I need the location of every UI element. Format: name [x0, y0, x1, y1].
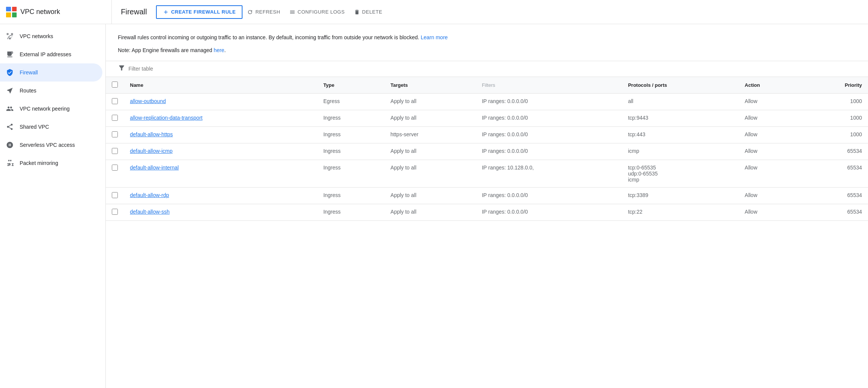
- content-area: Firewall rules control incoming or outgo…: [106, 24, 868, 388]
- row-priority-2: 1000: [801, 126, 868, 143]
- svg-rect-2: [9, 37, 11, 39]
- refresh-icon: [247, 9, 253, 15]
- row-protocols-5: tcp:3389: [622, 187, 739, 204]
- row-protocols-4: tcp:0-65535 udp:0-65535 icmp: [622, 160, 739, 187]
- table-row: allow-replication-data-transport Ingress…: [106, 110, 868, 126]
- delete-icon: [354, 9, 360, 15]
- sidebar-item-routes[interactable]: Routes: [0, 82, 102, 100]
- row-name-link-1[interactable]: allow-replication-data-transport: [130, 115, 202, 121]
- row-filters-5: IP ranges: 0.0.0.0/0: [476, 187, 622, 204]
- table-header-row: Name Type Targets Filters Protocols / po…: [106, 77, 868, 93]
- table-row: allow-outbound Egress Apply to all IP ra…: [106, 93, 868, 110]
- row-protocols-1: tcp:9443: [622, 110, 739, 126]
- row-action-1: Allow: [739, 110, 801, 126]
- sidebar-label-vpc-peering: VPC network peering: [20, 106, 70, 112]
- row-checkbox-1[interactable]: [112, 115, 118, 121]
- row-checkbox-6[interactable]: [112, 209, 118, 215]
- row-priority-5: 65534: [801, 187, 868, 204]
- main-container: VPC networks External IP addresses Firew…: [0, 24, 868, 388]
- row-action-4: Allow: [739, 160, 801, 187]
- description-area: Firewall rules control incoming or outgo…: [106, 24, 868, 61]
- row-name-link-2[interactable]: default-allow-https: [130, 131, 173, 137]
- header-actions: Firewall CREATE FIREWALL RULE REFRESH CO…: [112, 0, 862, 24]
- table-row: default-allow-ssh Ingress Apply to all I…: [106, 204, 868, 220]
- peering-icon: [6, 105, 14, 112]
- row-targets-2: https-server: [385, 126, 476, 143]
- svg-rect-0: [7, 33, 9, 35]
- ip-icon: [6, 51, 14, 58]
- row-checkbox-cell-1: [106, 110, 124, 126]
- row-name-2: default-allow-https: [124, 126, 317, 143]
- row-targets-4: Apply to all: [385, 160, 476, 187]
- select-all-checkbox[interactable]: [112, 82, 118, 88]
- plus-icon: [163, 9, 169, 15]
- row-protocols-2: tcp:443: [622, 126, 739, 143]
- row-type-2: Ingress: [317, 126, 385, 143]
- sidebar-item-firewall[interactable]: Firewall: [0, 63, 102, 82]
- filter-bar: [106, 61, 868, 77]
- filter-input[interactable]: [128, 66, 204, 72]
- row-checkbox-3[interactable]: [112, 148, 118, 154]
- network-icon: [6, 32, 14, 40]
- header-targets: Targets: [385, 77, 476, 93]
- row-filters-1: IP ranges: 0.0.0.0/0: [476, 110, 622, 126]
- table-row: default-allow-internal Ingress Apply to …: [106, 160, 868, 187]
- row-type-0: Egress: [317, 93, 385, 110]
- firewall-rules-table: Name Type Targets Filters Protocols / po…: [106, 77, 868, 221]
- mirroring-icon: [6, 159, 14, 167]
- row-protocols-6: tcp:22: [622, 204, 739, 220]
- row-name-link-6[interactable]: default-allow-ssh: [130, 209, 170, 215]
- row-checkbox-4[interactable]: [112, 165, 118, 171]
- sidebar-label-external-ip: External IP addresses: [20, 51, 71, 57]
- row-action-3: Allow: [739, 143, 801, 160]
- row-name-link-3[interactable]: default-allow-icmp: [130, 148, 173, 154]
- row-action-2: Allow: [739, 126, 801, 143]
- sidebar-label-vpc-networks: VPC networks: [20, 33, 53, 39]
- sidebar-item-vpc-networks[interactable]: VPC networks: [0, 27, 102, 45]
- delete-button[interactable]: DELETE: [349, 5, 387, 19]
- sidebar-item-shared-vpc[interactable]: Shared VPC: [0, 118, 102, 136]
- row-checkbox-cell-4: [106, 160, 124, 187]
- row-type-1: Ingress: [317, 110, 385, 126]
- row-type-3: Ingress: [317, 143, 385, 160]
- row-checkbox-cell-5: [106, 187, 124, 204]
- row-filters-4: IP ranges: 10.128.0.0,: [476, 160, 622, 187]
- sidebar-item-serverless-vpc[interactable]: Serverless VPC access: [0, 136, 102, 154]
- header-action: Action: [739, 77, 801, 93]
- row-checkbox-cell-3: [106, 143, 124, 160]
- row-checkbox-5[interactable]: [112, 192, 118, 198]
- firewall-icon: [6, 69, 14, 76]
- logo-cell-tl: [6, 7, 11, 12]
- row-priority-4: 65534: [801, 160, 868, 187]
- sidebar-item-external-ip[interactable]: External IP addresses: [0, 45, 102, 63]
- sidebar-item-vpc-peering[interactable]: VPC network peering: [0, 100, 102, 118]
- row-name-3: default-allow-icmp: [124, 143, 317, 160]
- row-checkbox-cell-0: [106, 93, 124, 110]
- sidebar-label-serverless-vpc: Serverless VPC access: [20, 142, 75, 148]
- sidebar-label-packet-mirroring: Packet mirroring: [20, 160, 58, 166]
- header-type: Type: [317, 77, 385, 93]
- row-name-link-0[interactable]: allow-outbound: [130, 98, 166, 104]
- serverless-icon: [6, 141, 14, 149]
- row-name-link-5[interactable]: default-allow-rdp: [130, 192, 169, 198]
- table-container: Name Type Targets Filters Protocols / po…: [106, 77, 868, 221]
- learn-more-link[interactable]: Learn more: [421, 34, 448, 40]
- create-firewall-rule-button[interactable]: CREATE FIREWALL RULE: [156, 5, 242, 19]
- row-checkbox-2[interactable]: [112, 131, 118, 137]
- row-checkbox-0[interactable]: [112, 98, 118, 104]
- row-name-link-4[interactable]: default-allow-internal: [130, 165, 179, 171]
- refresh-button[interactable]: REFRESH: [242, 5, 285, 19]
- here-link[interactable]: here: [214, 47, 224, 53]
- configure-logs-button[interactable]: CONFIGURE LOGS: [285, 5, 349, 19]
- row-action-5: Allow: [739, 187, 801, 204]
- table-row: default-allow-icmp Ingress Apply to all …: [106, 143, 868, 160]
- header-priority: Priority: [801, 77, 868, 93]
- row-priority-1: 1000: [801, 110, 868, 126]
- sidebar: VPC networks External IP addresses Firew…: [0, 24, 106, 388]
- note-text: Note: App Engine firewalls are managed h…: [118, 46, 856, 54]
- table-row: default-allow-https Ingress https-server…: [106, 126, 868, 143]
- sidebar-item-packet-mirroring[interactable]: Packet mirroring: [0, 154, 102, 172]
- row-type-5: Ingress: [317, 187, 385, 204]
- row-action-0: Allow: [739, 93, 801, 110]
- row-name-4: default-allow-internal: [124, 160, 317, 187]
